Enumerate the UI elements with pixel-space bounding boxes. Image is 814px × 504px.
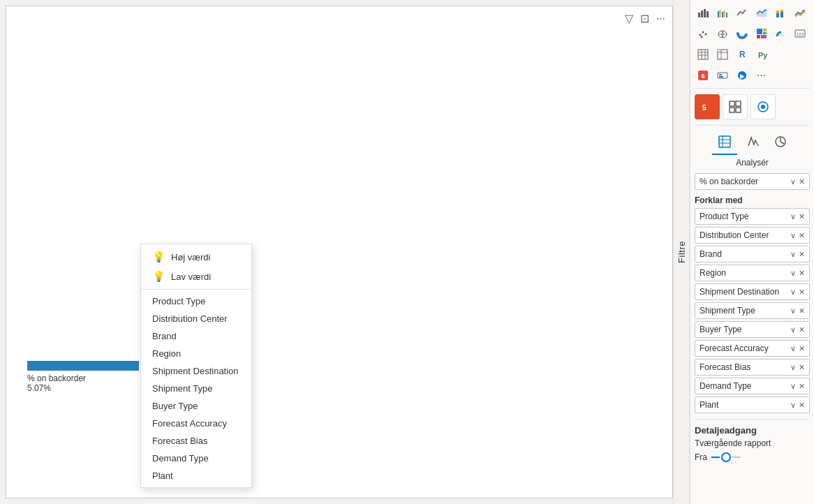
chevron-down-icon-3[interactable]: ∨ (790, 250, 796, 259)
dropdown-item-hoj[interactable]: 💡 Høj værdi (141, 247, 251, 267)
forklar-icons-shipment-destination: ∨ ✕ (790, 288, 805, 297)
viz-custom1-icon[interactable]: 6 (695, 67, 711, 84)
tab-format-icon[interactable] (740, 130, 765, 155)
tab-fields-icon[interactable] (712, 130, 737, 155)
forklar-item-product-type[interactable]: Product Type ∨ ✕ (695, 208, 810, 225)
viz-card-icon[interactable]: 123 (792, 25, 808, 42)
viz-treemap-icon[interactable] (753, 25, 770, 42)
forklar-item-forecast-accuracy[interactable]: Forecast Accuracy ∨ ✕ (695, 340, 810, 357)
svg-rect-2 (704, 9, 706, 17)
chevron-down-icon-9[interactable]: ∨ (790, 363, 796, 372)
viz-panel: 123 R Py 6 ▶ (690, 0, 814, 504)
viz-stacked-bar-icon[interactable] (772, 4, 789, 21)
forklar-item-shipment-type[interactable]: Shipment Type ∨ ✕ (695, 302, 810, 319)
viz-matrix-icon[interactable] (714, 46, 731, 63)
dropdown-item-brand[interactable]: Brand (141, 327, 251, 345)
dropdown-item-forecast-bias[interactable]: Forecast Bias (141, 432, 251, 450)
context-menu-section1: 💡 Høj værdi 💡 Lav værdi (141, 247, 251, 290)
close-icon-2[interactable]: ✕ (799, 231, 805, 240)
more-icon[interactable]: ··· (656, 13, 665, 25)
svg-rect-13 (780, 10, 783, 12)
close-icon-9[interactable]: ✕ (799, 363, 805, 372)
chevron-down-icon-8[interactable]: ∨ (790, 344, 796, 353)
close-icon[interactable]: ✕ (799, 177, 805, 186)
dropdown-item-forecast-accuracy[interactable]: Forecast Accuracy (141, 415, 251, 432)
forklar-item-brand[interactable]: Brand ∨ ✕ (695, 246, 810, 262)
filter-icon[interactable]: ▽ (625, 12, 633, 25)
filtre-tab[interactable]: Filtre (673, 0, 690, 504)
close-icon-1[interactable]: ✕ (799, 212, 805, 221)
chevron-down-icon-11[interactable]: ∨ (790, 401, 796, 410)
forklar-icons-forecast-bias: ∨ ✕ (790, 363, 805, 372)
close-icon-11[interactable]: ✕ (799, 401, 805, 410)
viz-donut-icon[interactable] (734, 25, 750, 42)
svg-text:6: 6 (701, 73, 704, 80)
chevron-down-icon-2[interactable]: ∨ (790, 231, 796, 240)
viz-area-chart-icon[interactable] (753, 4, 770, 21)
close-icon-6[interactable]: ✕ (799, 306, 805, 316)
forklar-item-forecast-bias[interactable]: Forecast Bias ∨ ✕ (695, 359, 810, 376)
chevron-down-icon-10[interactable]: ∨ (790, 382, 796, 391)
svg-rect-51 (736, 108, 741, 112)
dropdown-item-shipment-destination[interactable]: Shipment Destination (141, 362, 251, 380)
close-icon-5[interactable]: ✕ (799, 288, 805, 297)
dropdown-item-region[interactable]: Region (141, 345, 251, 362)
html5-icon[interactable]: 5 (695, 94, 720, 119)
analyser-field[interactable]: % on backorder ∨ ✕ (695, 173, 810, 190)
viz-r-icon[interactable]: R (734, 46, 750, 63)
chevron-down-icon-4[interactable]: ∨ (790, 269, 796, 278)
chevron-down-icon-7[interactable]: ∨ (790, 325, 796, 334)
close-icon-4[interactable]: ✕ (799, 269, 805, 278)
forklar-item-region[interactable]: Region ∨ ✕ (695, 265, 810, 281)
svg-rect-43 (719, 74, 722, 75)
viz-bar-clustered-icon[interactable] (714, 4, 731, 21)
close-icon-10[interactable]: ✕ (799, 382, 805, 391)
focus-icon[interactable]: ⊡ (640, 12, 649, 25)
svg-rect-50 (730, 108, 734, 112)
dropdown-label-hoj: Høj værdi (171, 252, 210, 262)
viz-python-icon[interactable]: Py (753, 46, 770, 63)
svg-rect-3 (706, 11, 709, 17)
viz-ribbon-icon[interactable] (792, 4, 808, 21)
forklar-icons-brand: ∨ ✕ (790, 250, 805, 259)
dropdown-item-buyer-type[interactable]: Buyer Type (141, 397, 251, 415)
main-canvas: ▽ ⊡ ··· % on backorder 5.07% 💡 Høj værdi… (6, 6, 673, 498)
viz-more-icon[interactable]: ··· (753, 67, 770, 84)
dropdown-item-shipment-type[interactable]: Shipment Type (141, 380, 251, 397)
forklar-item-demand-type[interactable]: Demand Type ∨ ✕ (695, 378, 810, 394)
forklar-item-shipment-destination[interactable]: Shipment Destination ∨ ✕ (695, 283, 810, 300)
dropdown-item-demand-type[interactable]: Demand Type (141, 450, 251, 467)
viz-table-icon[interactable] (695, 46, 711, 63)
dropdown-item-product-type[interactable]: Product Type (141, 292, 251, 310)
viz-gauge-icon[interactable] (772, 25, 789, 42)
dropdown-item-lav[interactable]: 💡 Lav værdi (141, 267, 251, 286)
forklar-item-distribution-center[interactable]: Distribution Center ∨ ✕ (695, 227, 810, 244)
close-icon-3[interactable]: ✕ (799, 250, 805, 259)
viz-line-chart-icon[interactable] (734, 4, 750, 21)
target-icon[interactable] (750, 94, 776, 119)
svg-rect-25 (757, 35, 760, 38)
toggle-row: Fra (695, 452, 810, 462)
chevron-down-icon-1[interactable]: ∨ (790, 212, 796, 221)
tab-analytics-icon[interactable] (768, 130, 793, 155)
viz-custom2-icon[interactable] (714, 67, 731, 84)
panel-tabs (695, 130, 810, 155)
viz-bar-icon[interactable] (695, 4, 711, 21)
forklar-icons-shipment-type: ∨ ✕ (790, 306, 805, 316)
chevron-down-icon[interactable]: ∨ (790, 177, 796, 186)
forklar-item-buyer-type[interactable]: Buyer Type ∨ ✕ (695, 321, 810, 338)
viz-custom3-icon[interactable]: ▶ (734, 67, 750, 84)
chevron-down-icon-5[interactable]: ∨ (790, 288, 796, 297)
viz-scatter-icon[interactable] (695, 25, 711, 42)
forklar-icons-region: ∨ ✕ (790, 269, 805, 278)
forklar-text-forecast-bias: Forecast Bias (700, 362, 750, 372)
dropdown-item-plant[interactable]: Plant (141, 467, 251, 484)
close-icon-8[interactable]: ✕ (799, 344, 805, 353)
toggle-control[interactable] (711, 452, 741, 462)
forklar-item-plant[interactable]: Plant ∨ ✕ (695, 396, 810, 413)
viz-map-icon[interactable] (714, 25, 731, 42)
grid-icon[interactable] (723, 94, 748, 119)
close-icon-7[interactable]: ✕ (799, 325, 805, 334)
chevron-down-icon-6[interactable]: ∨ (790, 306, 796, 316)
dropdown-item-distribution-center[interactable]: Distribution Center (141, 310, 251, 327)
